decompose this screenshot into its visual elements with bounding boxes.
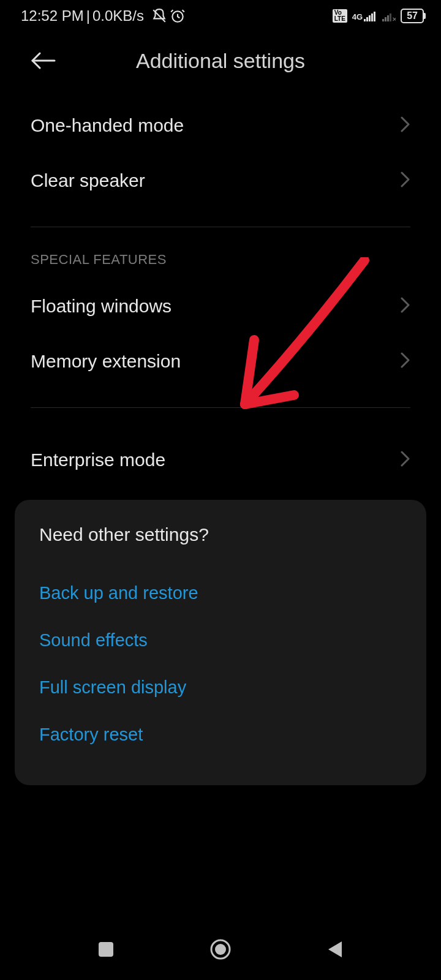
link-backup-restore[interactable]: Back up and restore [39,570,402,617]
chevron-right-icon [401,116,410,135]
page-title: Additional settings [136,49,305,73]
mute-icon [151,8,167,24]
nav-home-button[interactable] [202,931,239,968]
svg-rect-7 [382,19,384,21]
status-separator: | [86,7,90,24]
setting-label: Clear speaker [31,170,145,191]
chevron-right-icon [401,297,410,315]
setting-label: One-handed mode [31,115,184,136]
divider [31,227,410,227]
setting-label: Memory extension [31,351,181,372]
setting-floating-windows[interactable]: Floating windows [31,279,410,334]
link-sound-effects[interactable]: Sound effects [39,617,402,664]
svg-marker-16 [328,941,342,957]
section-header-special-features: SPECIAL FEATURES [31,252,410,268]
alarm-icon [170,8,186,24]
card-title: Need other settings? [39,524,402,545]
other-settings-card: Need other settings? Back up and restore… [15,500,426,785]
link-full-screen-display[interactable]: Full screen display [39,664,402,711]
chevron-right-icon [401,451,410,469]
app-header: Additional settings [0,29,441,98]
setting-enterprise-mode[interactable]: Enterprise mode [31,432,410,488]
svg-rect-10 [390,13,391,21]
svg-rect-2 [364,19,366,21]
link-factory-reset[interactable]: Factory reset [39,711,402,758]
status-bar-right: Vo LTE 4G ✕ 57 [333,9,424,23]
svg-rect-3 [366,17,368,21]
navigation-bar [0,919,441,980]
svg-point-15 [215,944,226,955]
settings-list: One-handed mode Clear speaker SPECIAL FE… [0,98,441,488]
battery-icon: 57 [401,9,424,23]
svg-text:✕: ✕ [392,16,396,21]
volte-icon: Vo LTE [333,9,347,23]
back-button[interactable] [31,48,56,74]
status-data-rate: 0.0KB/s [92,7,144,24]
svg-rect-8 [385,17,386,21]
setting-label: Enterprise mode [31,450,165,470]
status-bar-left: 12:52 PM | 0.0KB/s [21,7,186,24]
signal-4g-icon: 4G [352,10,377,21]
svg-rect-4 [369,15,371,21]
divider [31,407,410,408]
setting-memory-extension[interactable]: Memory extension [31,334,410,389]
chevron-right-icon [401,352,410,371]
svg-rect-6 [374,12,375,21]
svg-rect-13 [99,942,113,957]
setting-clear-speaker[interactable]: Clear speaker [31,153,410,208]
signal-nosim-icon: ✕ [382,10,396,21]
nav-recent-button[interactable] [88,931,124,968]
svg-rect-9 [387,15,389,21]
chevron-right-icon [401,172,410,190]
status-time: 12:52 PM [21,7,84,24]
nav-back-button[interactable] [317,931,353,968]
svg-rect-5 [371,13,373,21]
status-bar: 12:52 PM | 0.0KB/s Vo LTE 4G [0,0,441,29]
setting-label: Floating windows [31,296,172,317]
setting-one-handed-mode[interactable]: One-handed mode [31,98,410,153]
